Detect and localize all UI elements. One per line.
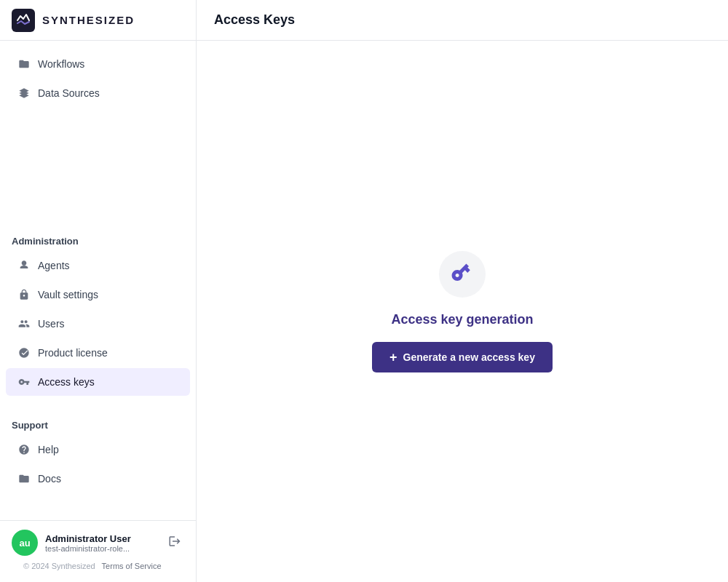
support-section-label: Support xyxy=(0,408,196,435)
user-info: Administrator User test-administrator-ro… xyxy=(45,533,158,553)
avatar: au xyxy=(12,530,38,556)
logo-area: SYNTHESIZED xyxy=(0,0,196,41)
plus-icon: + xyxy=(389,351,397,364)
sidebar-item-docs-label: Docs xyxy=(38,473,61,485)
docs-folder-icon xyxy=(17,472,31,485)
key-nav-icon xyxy=(17,375,31,388)
sidebar-item-product-license-label: Product license xyxy=(38,347,108,359)
access-key-icon-wrap xyxy=(439,251,486,298)
synthesized-logo-icon xyxy=(12,9,35,32)
avatar-initials: au xyxy=(19,538,30,549)
user-name: Administrator User xyxy=(45,533,158,544)
access-key-generation-title: Access key generation xyxy=(391,312,533,327)
generate-access-key-button[interactable]: + Generate a new access key xyxy=(372,342,553,372)
user-row: au Administrator User test-administrator… xyxy=(12,530,184,556)
check-badge-icon xyxy=(17,346,31,359)
help-circle-icon xyxy=(17,443,31,456)
copyright-text: © 2024 Synthesized xyxy=(23,562,95,570)
page-title: Access Keys xyxy=(214,12,295,28)
main-body: Access key generation + Generate a new a… xyxy=(197,41,728,582)
logout-button[interactable] xyxy=(165,532,184,554)
sidebar-item-help[interactable]: Help xyxy=(6,436,190,463)
sidebar-item-vault-settings-label: Vault settings xyxy=(38,289,98,300)
sidebar-item-data-sources-label: Data Sources xyxy=(38,87,100,99)
copyright-footer: © 2024 Synthesized Terms of Service xyxy=(12,556,184,573)
sidebar-item-vault-settings[interactable]: Vault settings xyxy=(6,281,190,308)
generate-btn-label: Generate a new access key xyxy=(403,351,535,363)
folder-icon xyxy=(17,57,31,71)
lock-icon xyxy=(17,288,31,301)
sidebar-item-agents[interactable]: Agents xyxy=(6,252,190,279)
sidebar-item-access-keys-label: Access keys xyxy=(38,376,95,388)
main-content: Access Keys Access key generation + Gene… xyxy=(197,0,728,582)
sidebar-item-users-label: Users xyxy=(38,318,65,330)
sidebar-item-agents-label: Agents xyxy=(38,260,70,271)
sidebar-item-workflows[interactable]: Workflows xyxy=(6,50,190,78)
sidebar-item-workflows-label: Workflows xyxy=(38,58,84,70)
sidebar: SYNTHESIZED Workflows Data Sources Admin… xyxy=(0,0,197,582)
sidebar-item-users[interactable]: Users xyxy=(6,310,190,338)
sidebar-item-help-label: Help xyxy=(38,444,59,455)
user-role: test-administrator-role... xyxy=(45,544,158,553)
sidebar-item-data-sources[interactable]: Data Sources xyxy=(6,79,190,107)
administration-section-label: Administration xyxy=(0,224,196,251)
sidebar-footer: au Administrator User test-administrator… xyxy=(0,520,196,582)
sidebar-item-access-keys[interactable]: Access keys xyxy=(6,368,190,396)
sidebar-navigation: Workflows Data Sources Administration Ag… xyxy=(0,41,196,520)
sidebar-item-docs[interactable]: Docs xyxy=(6,465,190,493)
svg-rect-0 xyxy=(12,9,35,32)
users-icon xyxy=(17,317,31,330)
agents-icon xyxy=(17,259,31,272)
terms-of-service-link[interactable]: Terms of Service xyxy=(102,562,162,570)
key-icon xyxy=(445,257,479,291)
main-header: Access Keys xyxy=(197,0,728,41)
layers-icon xyxy=(17,87,31,100)
app-logo-text: SYNTHESIZED xyxy=(42,14,135,26)
sidebar-item-product-license[interactable]: Product license xyxy=(6,339,190,367)
